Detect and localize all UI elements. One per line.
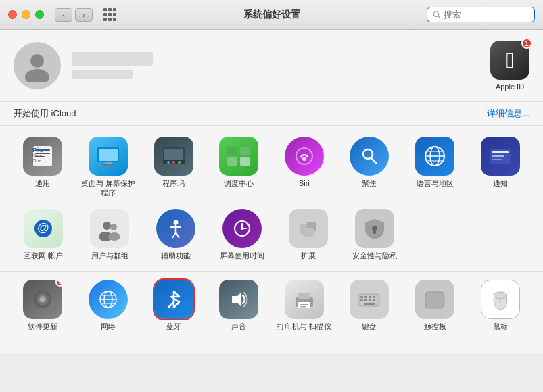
svg-rect-14 <box>102 164 114 166</box>
svg-rect-78 <box>369 296 371 298</box>
pref-item-keyboard[interactable]: 键盘 <box>340 280 399 331</box>
svg-rect-12 <box>99 149 118 161</box>
svg-rect-84 <box>364 303 375 305</box>
nav-buttons: ‹ › <box>55 8 93 22</box>
section-divider <box>0 353 543 353</box>
svg-rect-70 <box>298 293 310 299</box>
printers-label: 打印机与 扫描仪 <box>277 322 331 331</box>
svg-point-74 <box>309 299 312 302</box>
minimize-button[interactable] <box>22 10 30 19</box>
pref-item-mouse[interactable]: 鼠标 <box>471 280 529 331</box>
bluetooth-icon <box>154 280 193 319</box>
svg-text:File: File <box>32 147 43 153</box>
svg-point-25 <box>296 148 312 164</box>
profile-section:  1 Apple ID <box>0 30 543 102</box>
svg-point-2 <box>30 54 44 68</box>
svg-point-20 <box>178 161 181 164</box>
language-icon <box>415 137 454 176</box>
mouse-icon <box>481 280 520 319</box>
profile-name <box>72 52 153 66</box>
svg-point-19 <box>172 161 175 164</box>
svg-point-89 <box>494 292 507 299</box>
svg-line-1 <box>438 16 440 18</box>
network-label: 网络 <box>101 322 116 331</box>
icloud-detail-link[interactable]: 详细信息... <box>487 107 529 120</box>
avatar <box>14 42 61 89</box>
svg-marker-68 <box>232 292 241 307</box>
forward-button[interactable]: › <box>75 8 93 22</box>
general-label: 通用 <box>35 178 50 188</box>
svg-point-3 <box>25 69 49 82</box>
pref-item-desktop[interactable]: 桌面与 屏幕保护程序 <box>79 137 138 198</box>
svg-point-44 <box>174 220 179 224</box>
avatar-icon <box>20 49 54 82</box>
search-box[interactable] <box>427 7 535 22</box>
pref-item-dock[interactable]: 程序坞 <box>144 137 203 198</box>
pref-item-network[interactable]: 网络 <box>79 280 138 331</box>
desktop-label: 桌面与 屏幕保护程序 <box>79 178 138 198</box>
software-icon: 1 <box>23 280 62 319</box>
pref-item-extensions[interactable]: 扩展 <box>279 209 338 260</box>
svg-text:New: New <box>32 153 43 158</box>
printers-icon <box>285 280 324 319</box>
trackpad-icon <box>415 280 454 319</box>
spotlight-label: 聚焦 <box>362 178 377 188</box>
svg-rect-23 <box>227 157 237 166</box>
siri-icon <box>285 137 324 176</box>
svg-rect-80 <box>360 299 363 301</box>
pref-item-screentime[interactable]: 屏幕使用时间 <box>212 209 272 260</box>
pref-item-language[interactable]: 语言与地区 <box>406 137 465 198</box>
back-button[interactable]: ‹ <box>55 8 72 22</box>
notification-icon <box>481 137 520 176</box>
icloud-banner: 开始使用 iCloud 详细信息... <box>0 102 543 126</box>
grid-icon <box>103 8 116 21</box>
apple-id-icon:  1 <box>490 41 529 80</box>
pref-item-printers[interactable]: 打印机与 扫描仪 <box>275 280 334 331</box>
apple-id-label: Apple ID <box>496 82 524 91</box>
svg-rect-76 <box>360 296 363 298</box>
screentime-label: 屏幕使用时间 <box>220 251 264 260</box>
pref-item-internet[interactable]: @互联网 帐户 <box>14 209 73 260</box>
pref-item-accessibility[interactable]: 辅助功能 <box>146 209 206 260</box>
pref-item-software[interactable]: 1软件更新 <box>14 280 72 331</box>
svg-line-28 <box>371 158 376 163</box>
search-input[interactable] <box>444 9 529 20</box>
network-icon <box>89 280 128 319</box>
pref-item-general[interactable]: FileNewOpe通用 <box>14 137 72 198</box>
svg-rect-24 <box>240 157 250 166</box>
maximize-button[interactable] <box>35 10 44 19</box>
missioncontrol-label: 调度中心 <box>224 178 254 188</box>
software-badge: 1 <box>55 280 62 287</box>
spotlight-icon <box>350 137 389 176</box>
grid-button[interactable] <box>99 7 120 23</box>
pref-item-missioncontrol[interactable]: 调度中心 <box>210 137 268 198</box>
pref-item-security[interactable]: 安全性与隐私 <box>345 209 404 260</box>
svg-rect-83 <box>373 299 375 301</box>
svg-point-18 <box>167 161 170 164</box>
users-icon <box>90 209 129 248</box>
screentime-icon <box>222 209 262 248</box>
software-label: 软件更新 <box>28 322 57 331</box>
pref-item-users[interactable]: 用户与群组 <box>80 209 139 260</box>
pref-item-spotlight[interactable]: 聚焦 <box>340 137 399 198</box>
svg-line-47 <box>172 232 176 238</box>
svg-point-61 <box>41 298 44 301</box>
pref-item-bluetooth[interactable]: 蓝牙 <box>144 280 203 331</box>
pref-item-siri[interactable]: Siri <box>275 137 334 198</box>
notification-label: 通知 <box>493 178 508 188</box>
icloud-promo-text: 开始使用 iCloud <box>14 107 76 120</box>
svg-text:@: @ <box>37 221 49 235</box>
bluetooth-label: 蓝牙 <box>166 322 181 331</box>
svg-rect-77 <box>364 296 367 298</box>
apple-id-button[interactable]:  1 Apple ID <box>490 41 529 91</box>
svg-point-40 <box>103 222 111 230</box>
extensions-label: 扩展 <box>301 251 316 260</box>
window-title: 系统偏好设置 <box>243 9 300 21</box>
svg-point-43 <box>108 232 120 241</box>
pref-item-sound[interactable]: 声音 <box>210 280 268 331</box>
svg-point-52 <box>241 227 243 230</box>
pref-item-notification[interactable]: 通知 <box>471 137 529 198</box>
pref-item-trackpad[interactable]: 触控板 <box>406 280 465 331</box>
apple-logo:  <box>506 49 514 71</box>
close-button[interactable] <box>8 10 17 19</box>
